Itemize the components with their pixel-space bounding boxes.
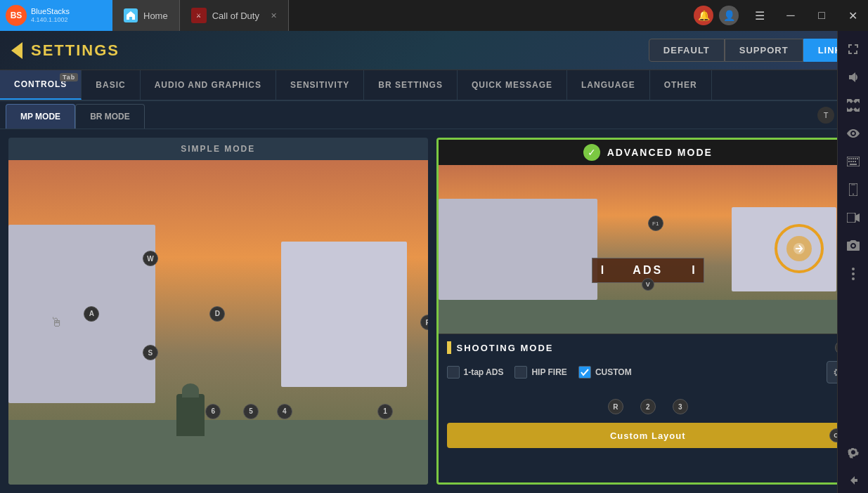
settings-area: SETTINGS DEFAULT SUPPORT LINK CONTROLS T… bbox=[0, 31, 868, 493]
bs-icon: BS bbox=[6, 5, 27, 26]
simple-mode-title: SIMPLE MODE bbox=[8, 138, 428, 160]
svg-rect-6 bbox=[855, 158, 856, 159]
settings-content: SETTINGS DEFAULT SUPPORT LINK CONTROLS T… bbox=[0, 31, 868, 493]
support-button[interactable]: SUPPORT bbox=[725, 39, 803, 62]
tab-br-settings[interactable]: BR SETTINGS bbox=[364, 70, 458, 100]
notification-icon[interactable]: 🔔 bbox=[694, 6, 713, 25]
svg-point-19 bbox=[852, 277, 855, 280]
svg-rect-8 bbox=[848, 161, 850, 162]
br-mode-tab[interactable]: BR MODE bbox=[75, 104, 145, 129]
advanced-mode-panel: ✓ ADVANCED MODE P I ADS bbox=[436, 138, 860, 485]
camera-icon[interactable] bbox=[841, 233, 866, 258]
back-icon[interactable] bbox=[841, 468, 866, 493]
building-left bbox=[8, 225, 155, 403]
building-right bbox=[281, 242, 407, 388]
shooting-options: 1-tap ADS HIP FIRE bbox=[447, 361, 850, 383]
tab-basic[interactable]: BASIC bbox=[82, 70, 140, 100]
settings-arrow-icon bbox=[11, 42, 22, 59]
svg-rect-9 bbox=[850, 161, 852, 162]
svg-rect-14 bbox=[851, 185, 855, 185]
tab-language[interactable]: LANGUAGE bbox=[567, 70, 650, 100]
v-key-badge: V bbox=[642, 278, 654, 291]
key-d-badge: D bbox=[209, 306, 225, 322]
svg-rect-5 bbox=[853, 158, 854, 159]
key-w-badge: W bbox=[143, 251, 158, 266]
svg-rect-16 bbox=[847, 213, 855, 223]
default-button[interactable]: DEFAULT bbox=[649, 39, 725, 62]
menu-button[interactable]: ☰ bbox=[744, 0, 775, 31]
adv-ground bbox=[439, 300, 858, 334]
tab-close-btn[interactable]: ✕ bbox=[271, 11, 277, 20]
app-logo: BS BlueStacks 4.140.1.1002 bbox=[0, 0, 112, 31]
tab-cod[interactable]: ⚔ Call of Duty ✕ bbox=[180, 0, 289, 31]
mouse-icon: 🖱 bbox=[51, 315, 63, 330]
advanced-game-preview: I ADS I V bbox=[439, 165, 858, 334]
svg-point-17 bbox=[852, 268, 855, 270]
app-name: BlueStacks 4.140.1.1002 bbox=[31, 7, 70, 24]
key-4-badge: 4 bbox=[277, 404, 292, 419]
key-1-badge: 1 bbox=[377, 404, 393, 419]
tab-controls[interactable]: CONTROLS Tab bbox=[0, 70, 82, 100]
fullscreen-icon[interactable] bbox=[841, 93, 866, 118]
close-button[interactable]: ✕ bbox=[837, 0, 868, 31]
mp-mode-tab[interactable]: MP MODE bbox=[6, 104, 75, 129]
maximize-button[interactable]: □ bbox=[806, 0, 837, 31]
simple-mode-preview: 🖱 W A D S bbox=[8, 160, 428, 485]
advanced-bottom: R 2 3 Custom Layout C bbox=[439, 390, 858, 454]
yellow-bar-icon bbox=[447, 341, 451, 354]
profile-icon[interactable]: 👤 bbox=[719, 6, 739, 25]
f1-key-badge: F1 bbox=[648, 216, 663, 231]
svg-point-15 bbox=[853, 194, 854, 195]
window-controls: 🔔 👤 ☰ ─ □ ✕ bbox=[694, 0, 868, 31]
custom-layout-button[interactable]: Custom Layout C bbox=[447, 423, 850, 448]
shooting-mode-header: SHOOTING MODE − bbox=[447, 341, 850, 354]
advanced-title-bar: ✓ ADVANCED MODE P bbox=[439, 140, 858, 165]
key-3-badge: 3 bbox=[673, 399, 688, 414]
phone-icon[interactable] bbox=[841, 177, 866, 202]
settings-header: SETTINGS DEFAULT SUPPORT LINK bbox=[0, 31, 868, 70]
tab-sensitivity[interactable]: SENSITIVITY bbox=[276, 70, 364, 100]
titlebar: BS BlueStacks 4.140.1.1002 Home ⚔ Call o… bbox=[0, 0, 868, 31]
tab-home[interactable]: Home bbox=[112, 0, 180, 31]
svg-rect-10 bbox=[853, 161, 854, 162]
joystick-ring bbox=[775, 224, 824, 273]
tab-audio-graphics[interactable]: AUDIO AND GRAPHICS bbox=[141, 70, 276, 100]
key-6-badge: 6 bbox=[205, 404, 221, 419]
adv-game-background: I ADS I V bbox=[439, 165, 858, 334]
ads-bar: I ADS I V bbox=[592, 258, 704, 283]
tab-other[interactable]: OTHER bbox=[650, 70, 712, 100]
video-icon[interactable] bbox=[841, 205, 866, 230]
svg-rect-12 bbox=[850, 164, 857, 165]
hip-fire-checkbox[interactable] bbox=[514, 366, 527, 379]
joystick-center bbox=[786, 236, 812, 261]
tab-bar: CONTROLS Tab BASIC AUDIO AND GRAPHICS SE… bbox=[0, 70, 868, 101]
hip-fire-option: HIP FIRE bbox=[514, 366, 566, 379]
keyboard-icon[interactable] bbox=[841, 149, 866, 174]
tab-quick-message[interactable]: QUICK MESSAGE bbox=[458, 70, 567, 100]
svg-rect-11 bbox=[855, 161, 856, 162]
key-s-badge: S bbox=[143, 345, 158, 360]
svg-rect-4 bbox=[850, 158, 852, 159]
bottom-key-row: R 2 3 bbox=[447, 396, 850, 417]
svg-rect-3 bbox=[848, 158, 850, 159]
key-f-badge: F bbox=[420, 315, 428, 330]
custom-checkbox[interactable] bbox=[578, 366, 591, 379]
key-r-badge: R bbox=[608, 399, 623, 414]
home-icon bbox=[124, 8, 138, 22]
custom-option: CUSTOM bbox=[578, 366, 632, 379]
more-options-icon[interactable] bbox=[841, 261, 866, 287]
settings-title: SETTINGS bbox=[11, 41, 119, 60]
minimize-button[interactable]: ─ bbox=[775, 0, 806, 31]
settings-icon[interactable] bbox=[841, 440, 866, 465]
cod-icon: ⚔ bbox=[191, 8, 207, 23]
ground bbox=[8, 420, 428, 485]
key-2-badge: 2 bbox=[640, 399, 656, 414]
svg-point-18 bbox=[852, 272, 855, 275]
expand-icon[interactable] bbox=[841, 37, 866, 62]
eye-icon[interactable] bbox=[841, 121, 866, 146]
advanced-check-icon: ✓ bbox=[583, 144, 600, 161]
one-tap-ads-checkbox[interactable] bbox=[447, 366, 460, 379]
simple-mode-panel: SIMPLE MODE 🖱 W bbox=[8, 138, 428, 485]
volume-icon[interactable] bbox=[841, 65, 866, 90]
adv-building-left bbox=[439, 199, 598, 300]
